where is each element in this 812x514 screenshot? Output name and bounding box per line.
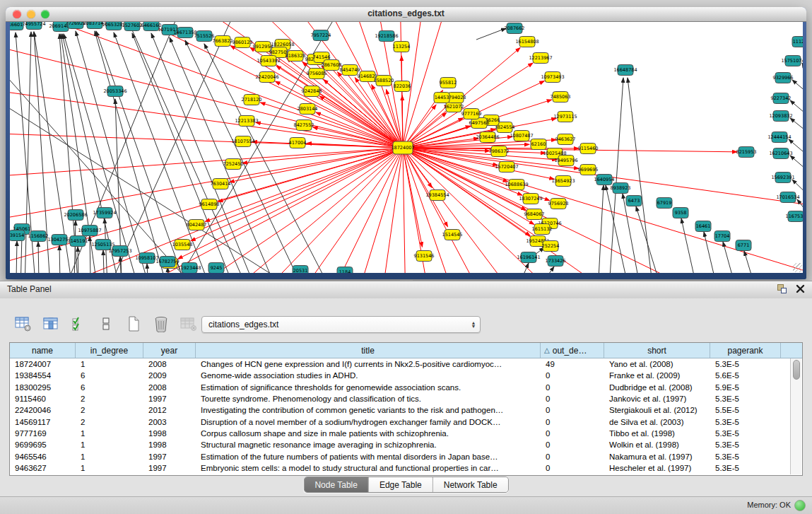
table-cell[interactable]: 9115460	[10, 395, 76, 403]
column-header-year[interactable]: year	[143, 343, 196, 358]
graph-edge[interactable]	[95, 31, 176, 273]
network-canvas[interactable]: 1872400776638229860123891295418226058982…	[10, 22, 803, 273]
table-cell[interactable]: 9463627	[10, 464, 76, 472]
graph-edge[interactable]	[802, 63, 803, 82]
graph-edge[interactable]	[260, 103, 403, 148]
table-settings-button[interactable]	[13, 314, 34, 334]
column-header-title[interactable]: title	[196, 343, 541, 358]
column-header-in_degree[interactable]: in_degree	[76, 343, 143, 358]
table-cell[interactable]: Stergiakouli et al. (2012)	[604, 406, 710, 414]
graph-edge[interactable]	[636, 206, 671, 273]
graph-edge[interactable]	[78, 247, 79, 273]
table-cell[interactable]: 5.3E-5	[710, 429, 781, 438]
table-cell[interactable]: 5.3E-5	[710, 418, 781, 426]
show-columns-button[interactable]	[40, 314, 61, 334]
citation-network-graph[interactable]: 1872400776638229860123891295418226058982…	[10, 22, 803, 273]
select-columns-button[interactable]	[68, 314, 89, 334]
table-cell[interactable]: 19384554	[10, 371, 76, 380]
table-cell[interactable]: 18300295	[10, 383, 76, 392]
new-table-button[interactable]	[123, 314, 144, 334]
table-cell[interactable]: 5.3E-5	[710, 452, 781, 461]
graph-edge[interactable]	[505, 263, 529, 273]
table-row[interactable]: 977716911998Corpus callosum shape and si…	[10, 428, 802, 439]
table-cell[interactable]: 5.9E-5	[710, 383, 781, 392]
table-cell[interactable]: Estimation of the future numbers of pati…	[196, 452, 541, 461]
table-cell[interactable]: Embryonic stem cells: a model to study s…	[196, 464, 541, 472]
table-cell[interactable]: 2008	[143, 360, 196, 368]
table-panel-header[interactable]: Table Panel	[0, 281, 812, 299]
table-cell[interactable]: 0	[541, 464, 604, 472]
table-cell[interactable]: 2008	[143, 383, 196, 392]
graph-edge[interactable]	[403, 148, 803, 273]
table-cell[interactable]: 2	[76, 395, 143, 403]
table-cell[interactable]: Franke et al. (2009)	[604, 371, 710, 380]
graph-edge[interactable]	[52, 22, 187, 273]
table-row[interactable]: 1456911722003Disruption of a novel membe…	[10, 416, 802, 427]
table-cell[interactable]: 5.3E-5	[710, 360, 781, 368]
table-cell[interactable]: 22420046	[10, 406, 76, 414]
table-cell[interactable]: Dudbridge et al. (2008)	[604, 383, 710, 392]
table-cell[interactable]: 5.6E-5	[710, 371, 781, 380]
table-cell[interactable]: 1	[76, 452, 143, 461]
table-cell[interactable]: Jankovic et al. (1997)	[604, 395, 710, 403]
graph-edge[interactable]	[16, 241, 17, 273]
graph-edge[interactable]	[596, 185, 604, 273]
table-cell[interactable]: 0	[541, 440, 604, 449]
graph-edge[interactable]	[403, 148, 803, 273]
table-cell[interactable]: Hescheler et al. (1997)	[604, 464, 710, 472]
table-cell[interactable]: 0	[541, 429, 604, 438]
table-cell[interactable]: 6	[76, 371, 143, 380]
delete-table-button[interactable]	[151, 314, 172, 334]
graph-edge[interactable]	[790, 118, 803, 139]
table-cell[interactable]: 1	[76, 464, 143, 472]
table-cell[interactable]: 0	[541, 383, 604, 392]
table-cell[interactable]: 0	[541, 406, 604, 414]
table-cell[interactable]: Genome-wide association studies in ADHD.	[196, 371, 541, 380]
table-cell[interactable]: 9777169	[10, 429, 76, 438]
table-cell[interactable]: Wolkin et al. (1998)	[604, 440, 710, 449]
table-cell[interactable]: 6	[76, 383, 143, 392]
table-cell[interactable]: 49	[541, 360, 604, 368]
table-cell[interactable]: 1997	[143, 464, 196, 472]
table-cell[interactable]: 2012	[143, 406, 196, 414]
float-panel-icon[interactable]	[777, 284, 787, 294]
table-row[interactable]: 911546021997Tourette syndrome. Phenomeno…	[10, 393, 802, 404]
table-cell[interactable]: Nakamura et al. (1997)	[604, 452, 710, 461]
graph-edge[interactable]	[185, 40, 317, 273]
graph-edge[interactable]	[38, 242, 40, 273]
graph-edge[interactable]	[790, 156, 803, 177]
column-header-name[interactable]: name	[10, 343, 76, 358]
table-cell[interactable]: Yano et al. (2008)	[604, 360, 710, 368]
graph-edge[interactable]	[59, 245, 61, 273]
table-cell[interactable]: 0	[541, 452, 604, 461]
table-cell[interactable]: 5.5E-5	[710, 406, 781, 414]
graph-edge[interactable]	[789, 139, 803, 160]
vertical-scrollbar[interactable]	[790, 358, 801, 474]
graph-edge[interactable]	[403, 148, 422, 247]
table-cell[interactable]: Tibbo et al. (1998)	[604, 429, 710, 438]
table-row[interactable]: 1938455462009Genome-wide association stu…	[10, 370, 802, 381]
table-cell[interactable]: 1997	[143, 452, 196, 461]
table-cell[interactable]: 1	[76, 440, 143, 449]
memory-ok-indicator[interactable]	[794, 500, 806, 511]
table-cell[interactable]: 5.3E-5	[710, 464, 781, 472]
tab-node-table[interactable]: Node Table	[304, 477, 369, 492]
graph-edge[interactable]	[476, 28, 506, 40]
table-row[interactable]: 1872400712008Changes of HCN gene express…	[10, 358, 802, 370]
graph-edge[interactable]	[403, 148, 803, 273]
graph-edge[interactable]	[114, 33, 222, 273]
table-cell[interactable]: 2009	[143, 371, 196, 380]
table-cell[interactable]: Structural magnetic resonance image aver…	[196, 440, 541, 449]
tab-edge-table[interactable]: Edge Table	[369, 477, 433, 492]
table-cell[interactable]: Estimation of significance thresholds fo…	[196, 383, 541, 392]
table-cell[interactable]: 1997	[143, 395, 196, 403]
table-cell[interactable]: 0	[541, 371, 604, 380]
table-cell[interactable]: 0	[541, 395, 604, 403]
graph-edge[interactable]	[792, 80, 803, 100]
table-cell[interactable]: 5.3E-5	[710, 395, 781, 403]
graph-edge[interactable]	[744, 251, 763, 273]
graph-edge[interactable]	[403, 148, 550, 201]
table-cell[interactable]: 1	[76, 429, 143, 438]
table-cell[interactable]: 5.3E-5	[710, 440, 781, 449]
column-header-out_de[interactable]: △out_de…	[541, 343, 604, 358]
